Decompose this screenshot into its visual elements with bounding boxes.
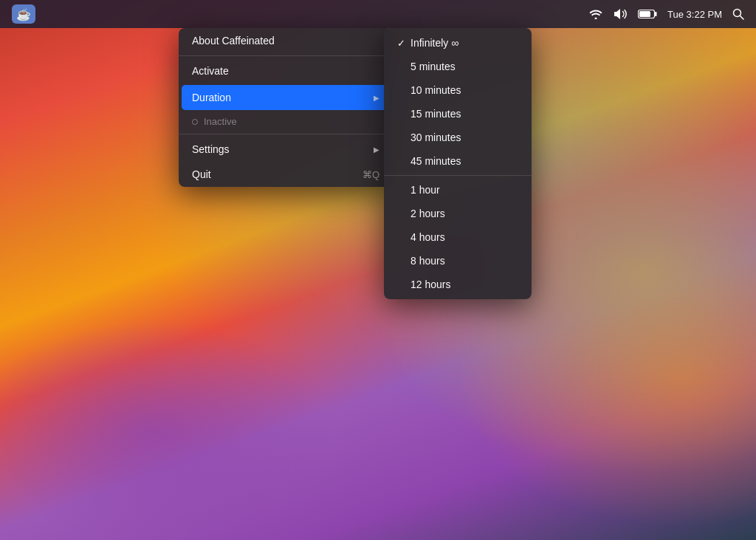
inactive-dot-icon — [192, 119, 198, 125]
submenu-item-12-hours[interactable]: 12 hours — [384, 273, 532, 296]
submenu-item-8-hours[interactable]: 8 hours — [384, 249, 532, 273]
duration-submenu: ✓Infinitely ∞5 minutes10 minutes15 minut… — [384, 28, 532, 299]
activate-menu-item[interactable]: Activate — [179, 58, 393, 83]
quit-shortcut: ⌘Q — [362, 169, 379, 180]
submenu-item-label: 1 hour — [410, 184, 440, 196]
checkmark-icon: ✓ — [397, 38, 410, 49]
svg-rect-1 — [655, 12, 657, 16]
submenu-item-4-hours[interactable]: 4 hours — [384, 225, 532, 249]
duration-menu-item[interactable]: Duration ▶ — [182, 85, 390, 110]
settings-menu-item[interactable]: Settings ▶ — [179, 137, 393, 162]
menubar-time: Tue 3:22 PM — [667, 9, 722, 20]
battery-icon — [638, 9, 657, 19]
duration-label: Duration — [192, 92, 231, 103]
svg-line-4 — [740, 16, 744, 20]
submenu-item-label: 8 hours — [410, 255, 445, 267]
activate-label: Activate — [192, 65, 229, 77]
submenu-item-label: Infinitely ∞ — [410, 37, 458, 49]
submenu-item-label: 2 hours — [410, 208, 445, 219]
main-dropdown-menu: About Caffeinated Activate Duration ▶ In… — [179, 28, 393, 187]
separator-1 — [179, 55, 393, 56]
inactive-label: Inactive — [204, 116, 237, 127]
submenu-item-5-minutes[interactable]: 5 minutes — [384, 55, 532, 78]
submenu-separator-6 — [384, 175, 532, 176]
submenu-item-15-minutes[interactable]: 15 minutes — [384, 102, 532, 126]
svg-rect-2 — [639, 11, 650, 17]
submenu-item-2-hours[interactable]: 2 hours — [384, 202, 532, 225]
coffee-app-icon[interactable]: ☕ — [12, 4, 35, 24]
wifi-icon — [589, 9, 602, 19]
inactive-menu-item: Inactive — [179, 112, 393, 131]
submenu-item-45-minutes[interactable]: 45 minutes — [384, 149, 532, 173]
separator-2 — [179, 134, 393, 134]
settings-submenu-arrow: ▶ — [374, 146, 379, 154]
about-menu-item[interactable]: About Caffeinated — [179, 28, 393, 53]
submenu-item-label: 5 minutes — [410, 61, 456, 72]
submenu-item-10-minutes[interactable]: 10 minutes — [384, 78, 532, 102]
submenu-item-1-hour[interactable]: 1 hour — [384, 178, 532, 202]
search-icon[interactable] — [732, 8, 744, 20]
submenu-item-label: 30 minutes — [410, 131, 461, 143]
quit-label: Quit — [192, 168, 211, 180]
sound-icon — [613, 8, 628, 20]
submenu-item-30-minutes[interactable]: 30 minutes — [384, 126, 532, 149]
duration-submenu-arrow: ▶ — [374, 94, 379, 102]
submenu-item-label: 12 hours — [410, 278, 450, 290]
submenu-item-label: 15 minutes — [410, 108, 461, 120]
submenu-item-label: 4 hours — [410, 231, 445, 243]
quit-menu-item[interactable]: Quit ⌘Q — [179, 162, 393, 187]
submenu-item-infinitely-∞[interactable]: ✓Infinitely ∞ — [384, 31, 532, 55]
submenu-item-label: 45 minutes — [410, 155, 461, 167]
submenu-item-label: 10 minutes — [410, 84, 461, 96]
menubar: ☕ Tue 3:22 PM — [0, 0, 756, 28]
coffee-cup-icon: ☕ — [16, 7, 31, 21]
about-label: About Caffeinated — [192, 35, 275, 47]
settings-label: Settings — [192, 143, 230, 155]
